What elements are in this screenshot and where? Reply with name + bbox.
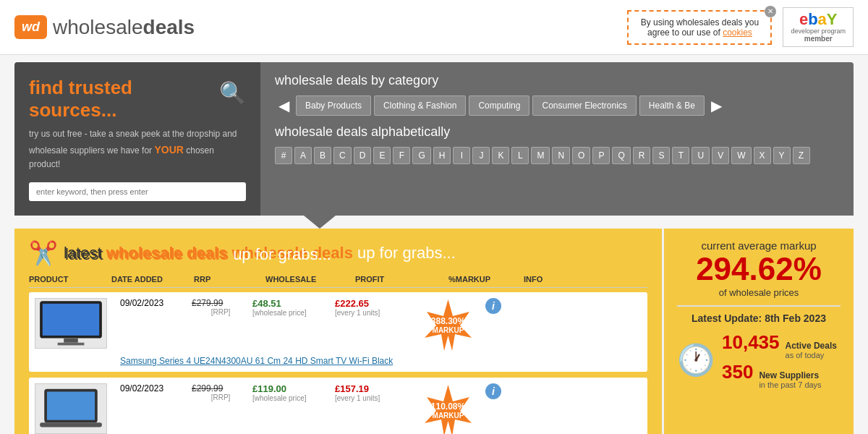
magnifier-icon: 🔍 — [219, 80, 246, 106]
deal-wholesale-cell: £48.51[wholesale price] — [252, 298, 332, 317]
cat-btn-computing[interactable]: Computing — [469, 95, 529, 116]
alpha-btn-a[interactable]: A — [294, 147, 312, 164]
triangle-pointer — [304, 216, 336, 229]
alpha-btn-s[interactable]: S — [652, 147, 670, 164]
scissors-icon: ✂️ — [29, 239, 58, 267]
ebay-logo: ebaY — [791, 12, 846, 27]
alpha-btn-y[interactable]: Y — [773, 147, 791, 164]
col-markup: %MARKUP — [448, 275, 521, 284]
deal-markup-badge: 110.08% MARKUP — [421, 383, 475, 434]
cookie-notice: ✕ By using wholesales deals you agree to… — [627, 10, 772, 45]
alpha-btn-f[interactable]: F — [393, 147, 410, 164]
search-area — [29, 182, 246, 201]
alpha-btn-q[interactable]: Q — [612, 147, 630, 164]
alpha-btn-k[interactable]: K — [492, 147, 509, 164]
stats-numbers: 10,435 Active Deals as of today 350 New … — [722, 331, 837, 389]
alpha-btn-x[interactable]: X — [754, 147, 771, 164]
deal-row: 09/02/2023£279.99[RRP]£48.51[wholesale p… — [29, 292, 647, 372]
deal-rrp-cell: £299.99[RRP] — [192, 383, 250, 401]
deal-row: 09/02/2023£299.99[RRP]£119.00[wholesale … — [29, 378, 647, 434]
category-title: wholesale deals by category — [275, 73, 839, 88]
markup-panel: current average markup 294.62% of wholes… — [662, 229, 854, 434]
logo-wholesale: wholesale — [53, 16, 143, 38]
alpha-btn-w[interactable]: W — [731, 147, 751, 164]
deal-info-btn[interactable]: i — [485, 298, 518, 314]
logo-full-text: wholesaledeals — [53, 16, 195, 39]
deal-rows: 09/02/2023£279.99[RRP]£48.51[wholesale p… — [29, 292, 647, 434]
svg-rect-6 — [47, 392, 95, 420]
find-title: find trustedsources... — [29, 77, 132, 122]
svg-rect-3 — [58, 343, 85, 346]
category-panel: wholesale deals by category ◀ Baby Produ… — [260, 62, 854, 216]
alpha-btn-e[interactable]: E — [373, 147, 391, 164]
ebay-member: member — [791, 35, 846, 43]
logo-box[interactable]: wd — [14, 15, 47, 39]
title-up-for-grabs: up for grabs... — [233, 245, 331, 264]
deal-markup-badge: 388.30% MARKUP — [421, 298, 475, 352]
logo-deals: deals — [143, 16, 195, 38]
col-date: DATE ADDED — [111, 275, 191, 284]
cat-btn-electronics[interactable]: Consumer Electronics — [532, 95, 636, 116]
alpha-btn-j[interactable]: J — [472, 147, 490, 164]
col-wholesale: WHOLESALE — [265, 275, 352, 284]
search-input[interactable] — [29, 182, 246, 201]
ebay-developer: developer program — [791, 27, 846, 35]
svg-rect-1 — [43, 304, 99, 336]
deal-meta: 09/02/2023£299.99[RRP]£119.00[wholesale … — [120, 383, 642, 434]
alpha-btn-v[interactable]: V — [712, 147, 729, 164]
new-suppliers-row: 350 New Suppliers in the past 7 days — [722, 361, 837, 389]
stats-area: 🕐 10,435 Active Deals as of today 350 Ne… — [677, 331, 841, 389]
col-info: INFO — [524, 275, 563, 284]
deal-profit-cell: £222.65[every 1 units] — [335, 298, 418, 317]
deal-info: 09/02/2023£279.99[RRP]£48.51[wholesale p… — [120, 298, 642, 366]
cat-prev-arrow[interactable]: ◀ — [275, 95, 293, 116]
alpha-btn-g[interactable]: G — [412, 147, 430, 164]
alpha-btn-t[interactable]: T — [672, 147, 689, 164]
col-product: PRODUCT — [29, 275, 109, 284]
alpha-btn-z[interactable]: Z — [793, 147, 810, 164]
alpha-btn-d[interactable]: D — [354, 147, 372, 164]
ebay-badge: ebaY developer program member — [783, 7, 854, 47]
deals-section: ✂️ latest wholesale deals wholesale deal… — [14, 229, 854, 434]
alpha-btn-p[interactable]: P — [592, 147, 610, 164]
alpha-btn-u[interactable]: U — [692, 147, 710, 164]
main-panels: find trustedsources... 🔍 try us out free… — [14, 62, 854, 216]
markup-subtitle: of wholesale prices — [677, 287, 841, 298]
logo-area: wd wholesaledeals — [14, 15, 195, 39]
deal-info-btn[interactable]: i — [485, 383, 518, 399]
active-deals-sub: as of today — [786, 351, 837, 359]
alpha-btn-h[interactable]: H — [433, 147, 451, 164]
alpha-title: wholesale deals alphabetically — [275, 124, 839, 140]
cat-btn-health[interactable]: Health & Be — [639, 95, 705, 116]
alpha-btn-r[interactable]: R — [633, 147, 651, 164]
alpha-btn-b[interactable]: B — [314, 147, 331, 164]
alpha-btn-o[interactable]: O — [572, 147, 590, 164]
find-subtitle: try us out free - take a sneak peek at t… — [29, 127, 246, 171]
alpha-btn-i[interactable]: I — [453, 147, 470, 164]
cat-next-arrow[interactable]: ▶ — [707, 95, 726, 116]
new-suppliers-label: New Suppliers — [759, 370, 821, 380]
deal-image — [35, 383, 107, 434]
deal-name[interactable]: Samsung Series 4 UE24N4300AU 61 Cm 24 HD… — [120, 356, 642, 366]
clock-icon: 🕐 — [677, 342, 715, 378]
alpha-btn-l[interactable]: L — [511, 147, 529, 164]
category-row: ◀ Baby Products Clothing & Fashion Compu… — [275, 95, 839, 116]
cat-btn-clothing[interactable]: Clothing & Fashion — [374, 95, 466, 116]
deal-date: 09/02/2023 — [120, 383, 189, 393]
markup-number: 294.62% — [677, 252, 841, 286]
svg-rect-7 — [40, 423, 102, 427]
markup-title: current average markup — [677, 239, 841, 252]
title-wholesale-deals: wholesale deals — [108, 245, 229, 264]
title-latest: latest — [65, 245, 103, 264]
find-panel: find trustedsources... 🔍 try us out free… — [14, 62, 260, 216]
alpha-btn-#[interactable]: # — [275, 147, 292, 164]
cookie-link[interactable]: cookies — [723, 27, 752, 38]
cookie-close-btn[interactable]: ✕ — [765, 6, 776, 17]
cat-btn-baby[interactable]: Baby Products — [296, 95, 371, 116]
alpha-btn-n[interactable]: N — [552, 147, 570, 164]
alpha-btn-m[interactable]: M — [531, 147, 550, 164]
header: wd wholesaledeals ✕ By using wholesales … — [0, 0, 868, 55]
deals-left: ✂️ latest wholesale deals wholesale deal… — [14, 229, 662, 434]
active-deals-num: 10,435 — [722, 331, 780, 354]
alpha-btn-c[interactable]: C — [333, 147, 352, 164]
